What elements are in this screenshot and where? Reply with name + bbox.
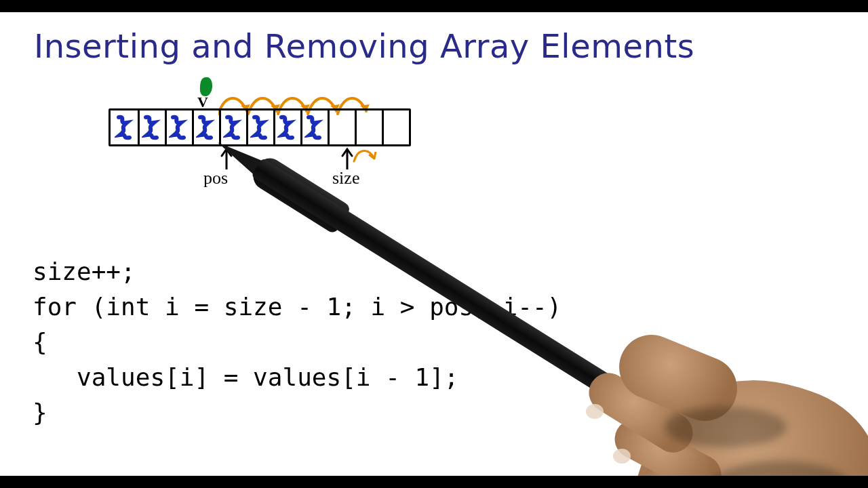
letterbox-bottom [0,476,868,488]
code-line: values[i] = values[i - 1]; [33,363,459,391]
array-diagram: V [102,81,454,203]
size-label: size [332,168,359,188]
insert-marker-icon: V [198,77,214,107]
filled-cell-icon [196,115,215,140]
filled-cell-icon [223,115,242,140]
filled-cell-icon [115,115,134,140]
filled-cell-icon [142,115,161,140]
filled-cell-icon [250,115,269,140]
page-title: Inserting and Removing Array Elements [34,27,694,65]
pos-label: pos [203,168,228,188]
size-shift-arc-icon [353,146,377,167]
code-line: for (int i = size - 1; i > pos; i--) [33,293,561,321]
array-box [108,108,411,146]
code-line: { [33,328,47,356]
filled-cell-icon [304,115,323,140]
code-line: } [33,399,47,426]
letterbox-top [0,0,868,12]
filled-cell-icon [277,115,296,140]
code-line: size++; [33,258,136,285]
filled-cell-icon [169,115,188,140]
code-block: size++; for (int i = size - 1; i > pos; … [33,254,561,430]
